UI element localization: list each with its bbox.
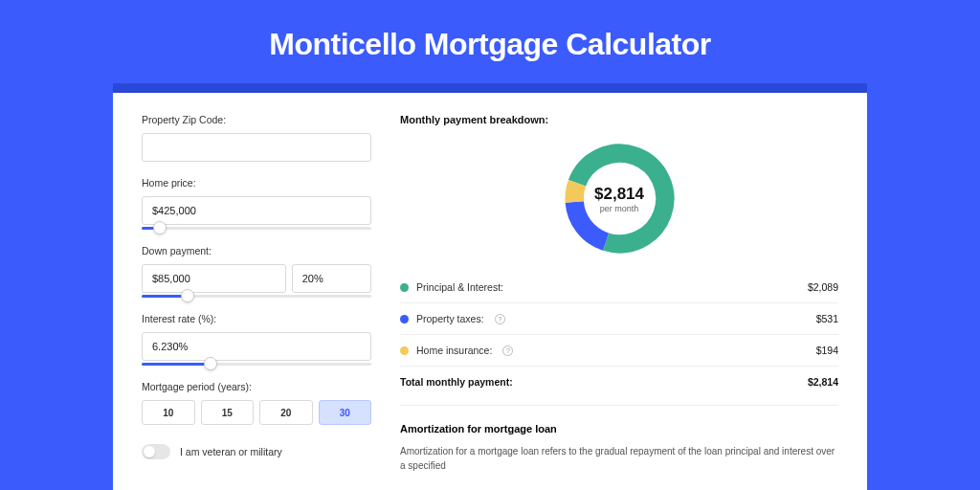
total-value: $2,814 xyxy=(808,376,838,388)
legend-row: Property taxes:?$531 xyxy=(400,303,838,335)
donut-center: $2,814 per month xyxy=(594,185,644,213)
legend-label: Home insurance: xyxy=(416,345,492,356)
calculator-card: Property Zip Code: Home price: Down paym… xyxy=(113,93,867,490)
total-label: Total monthly payment: xyxy=(400,376,513,388)
zip-group: Property Zip Code: xyxy=(142,114,371,162)
form-column: Property Zip Code: Home price: Down paym… xyxy=(142,114,371,473)
term-group: Mortgage period (years): 10152030 xyxy=(142,381,371,425)
amortization-body: Amortization for a mortgage loan refers … xyxy=(400,444,838,473)
price-group: Home price: xyxy=(142,177,371,230)
help-icon[interactable]: ? xyxy=(502,345,513,356)
down-label: Down payment: xyxy=(142,245,371,256)
veteran-label: I am veteran or military xyxy=(180,446,282,457)
page-title: Monticello Mortgage Calculator xyxy=(0,27,980,62)
term-option-10[interactable]: 10 xyxy=(142,400,195,425)
legend-row: Principal & Interest:$2,089 xyxy=(400,272,838,303)
price-slider[interactable] xyxy=(142,227,371,230)
term-options: 10152030 xyxy=(142,400,371,425)
amortization-title: Amortization for mortgage loan xyxy=(400,423,838,434)
price-label: Home price: xyxy=(142,177,371,189)
legend-value: $531 xyxy=(816,313,838,324)
card-shadow: Property Zip Code: Home price: Down paym… xyxy=(113,83,867,490)
amortization-section: Amortization for mortgage loan Amortizat… xyxy=(400,405,838,473)
legend-label: Principal & Interest: xyxy=(416,281,503,293)
legend-label: Property taxes: xyxy=(416,313,484,324)
legend-dot xyxy=(400,283,409,292)
breakdown-title: Monthly payment breakdown: xyxy=(400,114,838,125)
rate-slider[interactable] xyxy=(142,363,371,366)
legend: Principal & Interest:$2,089Property taxe… xyxy=(400,272,838,367)
down-slider[interactable] xyxy=(142,295,371,298)
term-option-20[interactable]: 20 xyxy=(259,400,313,425)
veteran-toggle[interactable] xyxy=(142,444,170,459)
legend-dot xyxy=(400,346,409,355)
term-label: Mortgage period (years): xyxy=(142,381,371,392)
price-input[interactable] xyxy=(142,196,371,225)
term-option-30[interactable]: 30 xyxy=(319,400,372,425)
legend-value: $194 xyxy=(816,345,838,356)
help-icon[interactable]: ? xyxy=(495,314,505,324)
legend-value: $2,089 xyxy=(808,281,838,293)
zip-label: Property Zip Code: xyxy=(142,114,371,125)
veteran-row: I am veteran or military xyxy=(142,444,371,459)
donut-sub: per month xyxy=(594,204,644,213)
rate-input[interactable] xyxy=(142,332,371,361)
down-pct-input[interactable] xyxy=(292,264,371,293)
term-option-15[interactable]: 15 xyxy=(201,400,255,425)
down-amount-input[interactable] xyxy=(142,264,286,293)
rate-label: Interest rate (%): xyxy=(142,313,371,324)
donut-amount: $2,814 xyxy=(594,185,644,204)
legend-dot xyxy=(400,315,409,323)
down-group: Down payment: xyxy=(142,245,371,298)
slider-thumb[interactable] xyxy=(204,357,217,370)
rate-group: Interest rate (%): xyxy=(142,313,371,366)
hero: Monticello Mortgage Calculator xyxy=(0,0,980,83)
donut-chart: $2,814 per month xyxy=(400,139,838,258)
slider-thumb[interactable] xyxy=(153,221,167,234)
toggle-knob xyxy=(144,446,155,457)
zip-input[interactable] xyxy=(142,133,371,162)
breakdown-column: Monthly payment breakdown: $2,814 per mo… xyxy=(400,114,838,473)
slider-thumb[interactable] xyxy=(181,289,194,302)
legend-row: Home insurance:?$194 xyxy=(400,335,838,367)
total-row: Total monthly payment: $2,814 xyxy=(400,367,838,401)
